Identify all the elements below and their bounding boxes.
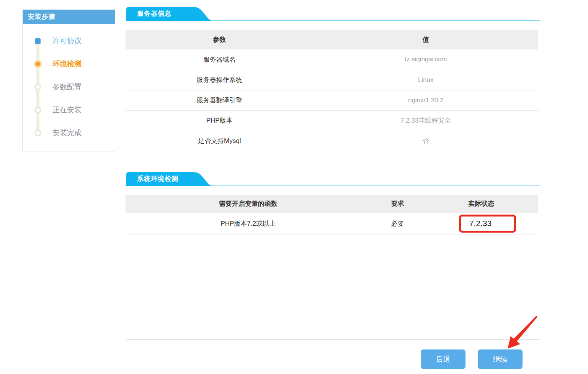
install-steps-sidebar: 安装步骤 许可协议 环境检测 参数配置 正在安装 安装完成	[23, 10, 115, 151]
footer-divider	[126, 339, 540, 340]
step-active-dot-icon	[34, 60, 42, 68]
table-row: 是否支持Mysql 否	[126, 131, 538, 151]
step-label: 安装完成	[52, 127, 82, 139]
value-cell: tz.siqingw.com	[313, 49, 538, 70]
step-label: 参数配置	[52, 81, 82, 93]
step-item-license: 许可协议	[23, 35, 115, 47]
env-check-section-header: 系统环境检测	[126, 172, 540, 186]
steps-list: 许可协议 环境检测 参数配置 正在安装 安装完成	[23, 24, 115, 151]
step-item-installing: 正在安装	[23, 104, 115, 116]
step-pending-circle-icon	[34, 84, 41, 90]
param-cell: 服务器翻译引擎	[126, 90, 313, 110]
status-cell: 7.2.33	[424, 213, 538, 235]
param-cell: 是否支持Mysql	[126, 131, 313, 151]
red-arrow-annotation-icon	[503, 313, 542, 352]
step-item-environment-check: 环境检测	[23, 58, 115, 70]
value-cell: 否	[313, 131, 538, 151]
php-version-status: 7.2.33	[469, 219, 492, 228]
main-content: 服务器信息 参数 值 服务器域名 tz.siqingw.com 服务器操作系统 …	[126, 0, 540, 374]
server-info-tab-label: 服务器信息	[137, 7, 172, 21]
table-row: PHP版本 7.2.33非线程安全	[126, 110, 538, 131]
check-name-cell: PHP版本7.2或以上	[126, 213, 371, 235]
param-cell: 服务器操作系统	[126, 70, 313, 90]
continue-button[interactable]: 继续	[478, 349, 523, 369]
install-wizard-page: { "sidebar": { "title": "安装步骤", "steps":…	[0, 0, 588, 374]
back-button[interactable]: 后退	[421, 349, 466, 369]
step-label: 环境检测	[52, 58, 82, 70]
param-cell: 服务器域名	[126, 49, 313, 70]
step-label: 许可协议	[52, 35, 82, 47]
value-cell: 7.2.33非线程安全	[313, 110, 538, 131]
highlight-box: 7.2.33	[459, 215, 516, 233]
table-row: 服务器操作系统 Linux	[126, 70, 538, 90]
step-pending-circle-icon	[34, 130, 41, 136]
value-cell: Linux	[313, 70, 538, 90]
table-row: PHP版本7.2或以上 必要 7.2.33	[126, 213, 538, 235]
column-header-parameter: 参数	[126, 30, 313, 49]
env-check-tab-label: 系统环境检测	[137, 172, 178, 186]
table-header-row: 需要开启变量的函数 要求 实际状态	[126, 195, 538, 213]
step-item-install-complete: 安装完成	[23, 127, 115, 139]
env-check-table: 需要开启变量的函数 要求 实际状态 PHP版本7.2或以上 必要 7.2.33	[126, 195, 538, 235]
table-row: 服务器域名 tz.siqingw.com	[126, 49, 538, 70]
requirement-cell: 必要	[371, 213, 424, 235]
table-row: 服务器翻译引擎 nginx/1.20.2	[126, 90, 538, 110]
param-cell: PHP版本	[126, 110, 313, 131]
column-header-function: 需要开启变量的函数	[126, 195, 371, 213]
step-item-parameter-config: 参数配置	[23, 81, 115, 93]
server-info-section-header: 服务器信息	[126, 7, 540, 21]
column-header-value: 值	[313, 30, 538, 49]
column-header-requirement: 要求	[371, 195, 424, 213]
server-info-table: 参数 值 服务器域名 tz.siqingw.com 服务器操作系统 Linux …	[126, 30, 538, 151]
column-header-actual-status: 实际状态	[424, 195, 538, 213]
step-done-square-icon	[35, 38, 41, 44]
step-pending-circle-icon	[34, 107, 41, 113]
step-label: 正在安装	[52, 104, 82, 116]
table-header-row: 参数 值	[126, 30, 538, 49]
sidebar-title: 安装步骤	[23, 10, 115, 24]
value-cell: nginx/1.20.2	[313, 90, 538, 110]
